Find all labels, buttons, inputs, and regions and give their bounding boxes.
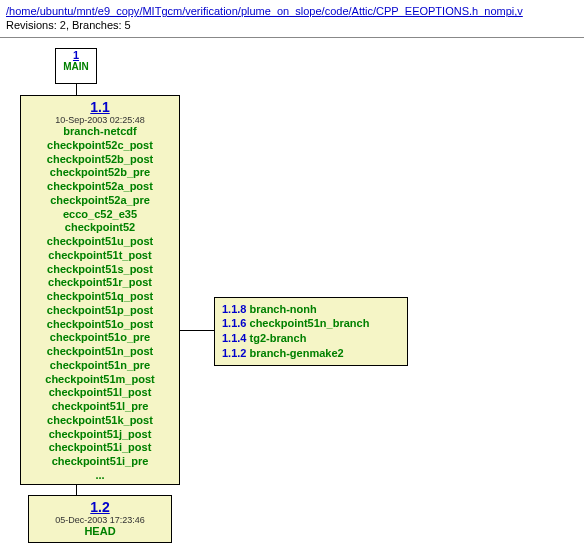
more-tags[interactable]: ... [26,469,174,482]
revision-1-2-box[interactable]: 1.2 05-Dec-2003 17:23:46 HEAD [28,495,172,543]
branch-name: branch-genmake2 [250,347,344,359]
revision-tag: checkpoint51n_post [26,345,174,359]
main-branch-label: MAIN [56,61,96,72]
branches-box[interactable]: 1.1.8 branch-nonh1.1.6 checkpoint51n_bra… [214,297,408,366]
revision-tag: checkpoint51o_pre [26,331,174,345]
header: /home/ubuntu/mnt/e9_copy/MITgcm/verifica… [0,0,584,35]
revision-tag: checkpoint51r_post [26,276,174,290]
main-branch-box[interactable]: 1 MAIN [55,48,97,84]
path-segment[interactable]: verification [185,5,238,17]
branch-row[interactable]: 1.1.6 checkpoint51n_branch [222,316,400,331]
revision-tag: checkpoint52b_pre [26,166,174,180]
revision-tag: checkpoint51s_post [26,263,174,277]
revision-tag: checkpoint51l_post [26,386,174,400]
branch-name: branch-nonh [250,303,317,315]
revision-tag: checkpoint51q_post [26,290,174,304]
path-segment[interactable]: MITgcm [142,5,182,17]
path-segment[interactable]: e9_copy [98,5,140,17]
branch-num: 1.1.2 [222,347,246,359]
branch-num: 1.1.6 [222,317,246,329]
revision-tag: checkpoint51k_post [26,414,174,428]
path-segment[interactable]: home [9,5,37,17]
revision-num: 1.1 [26,99,174,115]
revision-tag: checkpoint52c_post [26,139,174,153]
revision-1-1-box[interactable]: 1.1 10-Sep-2003 02:25:48 branch-netcdfch… [20,95,180,486]
revision-tag: checkpoint51i_post [26,441,174,455]
revision-date: 05-Dec-2003 17:23:46 [34,515,166,525]
revision-tag: checkpoint51l_pre [26,400,174,414]
revision-tag: checkpoint51j_post [26,428,174,442]
connector-line [76,485,77,495]
revision-date: 10-Sep-2003 02:25:48 [26,115,174,125]
revision-tag: checkpoint51i_pre [26,455,174,469]
connector-line [180,330,214,331]
revision-tag: branch-netcdf [26,125,174,139]
path-segment[interactable]: CPP_EEOPTIONS.h_nompi,v [376,5,523,17]
branch-num: 1.1.4 [222,332,246,344]
revision-tag: checkpoint51m_post [26,373,174,387]
file-path[interactable]: /home/ubuntu/mnt/e9_copy/MITgcm/verifica… [6,5,523,17]
revision-tag: checkpoint51u_post [26,235,174,249]
revision-tag: HEAD [34,525,166,539]
revision-stats: Revisions: 2, Branches: 5 [6,19,131,31]
path-segment[interactable]: Attic [352,5,373,17]
path-segment[interactable]: plume_on_slope [241,5,322,17]
revision-tag: checkpoint51o_post [26,318,174,332]
revision-tag: checkpoint51n_pre [26,359,174,373]
revision-graph: 1 MAIN 1.1 10-Sep-2003 02:25:48 branch-n… [0,42,584,542]
branch-name: checkpoint51n_branch [250,317,370,329]
branch-row[interactable]: 1.1.4 tg2-branch [222,331,400,346]
path-segment[interactable]: code [325,5,349,17]
revision-num: 1.2 [34,499,166,515]
main-branch-num: 1 [56,49,96,61]
revision-tag: checkpoint52 [26,221,174,235]
revision-tag: checkpoint52b_post [26,153,174,167]
branch-name: tg2-branch [250,332,307,344]
divider [0,37,584,38]
branch-num: 1.1.8 [222,303,246,315]
branch-row[interactable]: 1.1.2 branch-genmake2 [222,346,400,361]
path-segment[interactable]: ubuntu [40,5,74,17]
branch-row[interactable]: 1.1.8 branch-nonh [222,302,400,317]
revision-tag: ecco_c52_e35 [26,208,174,222]
revision-tag: checkpoint51p_post [26,304,174,318]
revision-tag: checkpoint51t_post [26,249,174,263]
revision-tag: checkpoint52a_pre [26,194,174,208]
path-segment[interactable]: mnt [76,5,94,17]
revision-tag: checkpoint52a_post [26,180,174,194]
